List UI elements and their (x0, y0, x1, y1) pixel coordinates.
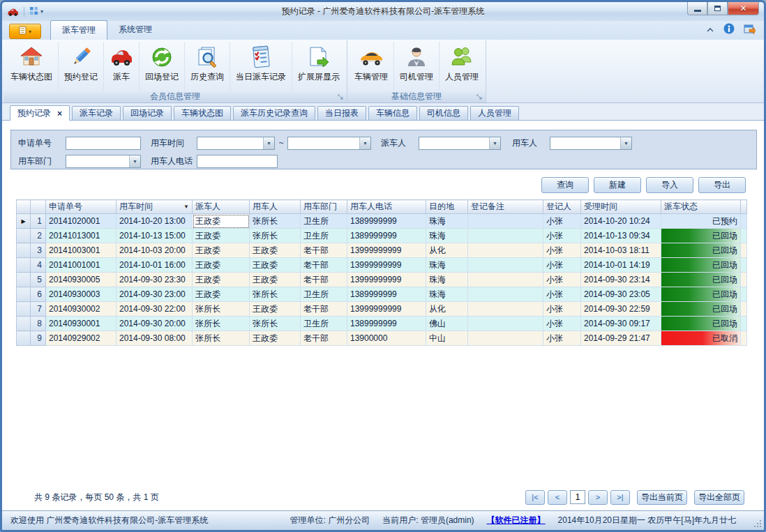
column-header[interactable]: 派车状态 (661, 200, 741, 214)
grid-cell[interactable]: 20140930005 (46, 273, 117, 287)
row-number[interactable]: 2 (31, 229, 46, 243)
use-time-from-select[interactable]: ▼ (197, 137, 275, 150)
create-button[interactable]: 新建 (594, 177, 641, 193)
grid-cell[interactable]: 1389999999 (347, 287, 426, 302)
doc-tab[interactable]: 回场记录 (123, 106, 172, 120)
column-header[interactable]: 派车人 (193, 200, 250, 214)
grid-cell[interactable]: 13999999999 (347, 273, 426, 287)
grid-cell[interactable]: 王政委 (250, 273, 301, 287)
doc-tab[interactable]: 人员管理 (470, 106, 519, 120)
doc-tab[interactable]: 当日报表 (317, 106, 366, 120)
doc-tab[interactable]: 派车记录 (72, 106, 121, 120)
user-phone-input[interactable] (197, 155, 278, 168)
ribbon-button[interactable]: 当日派车记录 (230, 42, 292, 91)
grid-cell[interactable]: 20141013001 (46, 229, 117, 243)
grid-cell[interactable]: 小张 (543, 258, 581, 273)
grid-cell[interactable]: 卫生所 (301, 229, 347, 243)
table-row[interactable]: 6201409300032014-09-30 23:00王政委张所长卫生所138… (17, 287, 747, 302)
row-number[interactable]: 9 (31, 331, 46, 346)
grid-cell[interactable]: 2014-09-30 23:14 (581, 273, 661, 287)
grid-cell[interactable]: 20141020001 (46, 214, 117, 229)
grid-cell[interactable]: 王政委 (193, 258, 250, 273)
grid-cell[interactable]: 小张 (543, 243, 581, 258)
grid-cell-status[interactable]: 已预约 (661, 214, 741, 229)
grid-cell[interactable]: 2014-10-13 09:34 (581, 229, 661, 243)
table-row[interactable]: 4201410010012014-10-01 16:00王政委王政委老干部139… (17, 258, 747, 273)
grid-cell[interactable]: 张所长 (250, 317, 301, 331)
prev-page-button[interactable]: < (548, 490, 567, 505)
column-header[interactable] (741, 200, 747, 214)
grid-cell[interactable]: 中山 (426, 331, 468, 346)
grid-cell[interactable]: 卫生所 (301, 214, 347, 229)
grid-cell-status[interactable]: 已回场 (661, 287, 741, 302)
table-row[interactable]: 9201409290022014-09-30 08:00张所长王政委老干部139… (17, 331, 747, 346)
table-row[interactable]: 2201410130012014-10-13 15:00王政委张所长卫生所138… (17, 229, 747, 243)
query-button[interactable]: 查询 (541, 177, 589, 193)
grid-cell-status[interactable]: 已取消 (661, 331, 741, 346)
grid-cell[interactable] (468, 302, 543, 317)
import-button[interactable]: 导入 (646, 177, 693, 193)
grid-cell[interactable]: 卫生所 (301, 317, 347, 331)
grid-cell[interactable]: 王政委 (193, 243, 250, 258)
ribbon-button[interactable]: 预约登记 (59, 42, 104, 91)
grid-cell[interactable]: 珠海 (426, 287, 468, 302)
column-header[interactable] (17, 200, 31, 214)
grid-cell[interactable]: 2014-09-30 09:17 (581, 317, 661, 331)
grid-cell[interactable] (468, 229, 543, 243)
grid-cell[interactable]: 1389999999 (347, 317, 426, 331)
request-no-input[interactable] (66, 137, 141, 150)
grid-cell[interactable]: 珠海 (426, 214, 468, 229)
maximize-button[interactable] (707, 2, 728, 15)
grid-cell[interactable]: 2014-09-30 20:00 (117, 317, 193, 331)
grid-cell[interactable]: 20140930001 (46, 317, 117, 331)
grid-cell[interactable]: 1389999999 (347, 214, 426, 229)
grid-cell[interactable]: 2014-10-01 14:19 (581, 258, 661, 273)
grid-cell[interactable]: 2014-10-03 20:00 (117, 243, 193, 258)
dispatcher-select[interactable]: ▼ (419, 137, 501, 150)
table-row[interactable]: ▶1201410200012014-10-20 13:00王政委张所长卫生所13… (17, 214, 747, 229)
grid-cell[interactable]: 13900000 (347, 331, 426, 346)
quick-access-toolbar-button[interactable]: ▾ (29, 6, 43, 17)
grid-cell[interactable] (468, 258, 543, 273)
ribbon-button[interactable]: 历史查询 (185, 42, 230, 91)
column-header[interactable]: 登记人 (543, 200, 581, 214)
title-bar[interactable]: ▾ 预约记录 - 广州爱奇迪软件科技有限公司-派车管理系统 ✕ (2, 2, 764, 21)
window-switch-icon[interactable] (744, 24, 756, 36)
grid-cell[interactable]: 2014-09-30 23:00 (117, 287, 193, 302)
grid-cell[interactable]: 王政委 (250, 243, 301, 258)
page-number-input[interactable] (570, 490, 585, 504)
doc-tab[interactable]: 派车历史记录查询 (233, 106, 315, 120)
collapse-ribbon-chevron-icon[interactable] (706, 25, 714, 35)
row-number[interactable]: 3 (31, 243, 46, 258)
grid-cell[interactable]: 2014-10-20 10:24 (581, 214, 661, 229)
chevron-down-icon[interactable]: ▼ (489, 137, 500, 149)
grid-cell[interactable] (468, 331, 543, 346)
column-header[interactable]: 用车人电话 (347, 200, 426, 214)
grid-cell[interactable]: 从化 (426, 243, 468, 258)
doc-tab[interactable]: 车辆信息 (368, 106, 417, 120)
department-select[interactable]: ▼ (66, 155, 141, 168)
resize-grip-icon[interactable] (753, 519, 761, 527)
grid-cell[interactable]: 20140930003 (46, 287, 117, 302)
grid-cell[interactable]: 2014-10-20 13:00 (117, 214, 193, 229)
row-number[interactable]: 8 (31, 317, 46, 331)
grid-cell[interactable]: 老干部 (301, 243, 347, 258)
grid-cell[interactable]: 王政委 (250, 331, 301, 346)
ribbon-button[interactable]: 人员管理 (440, 42, 484, 91)
grid-cell[interactable]: 20140930002 (46, 302, 117, 317)
column-header[interactable]: 用车人 (250, 200, 301, 214)
grid-cell[interactable]: 珠海 (426, 273, 468, 287)
grid-cell[interactable]: 卫生所 (301, 287, 347, 302)
grid-cell[interactable] (468, 317, 543, 331)
ribbon-tab[interactable]: 派车管理 (50, 20, 107, 40)
grid-cell[interactable]: 张所长 (193, 331, 250, 346)
grid-cell[interactable]: 2014-10-01 16:00 (117, 258, 193, 273)
grid-cell-status[interactable]: 已回场 (661, 243, 741, 258)
grid-cell[interactable]: 王政委 (250, 258, 301, 273)
row-number[interactable]: 1 (31, 214, 46, 229)
table-row[interactable]: 3201410030012014-10-03 20:00王政委王政委老干部139… (17, 243, 747, 258)
export-all-pages-button[interactable]: 导出全部页 (694, 490, 744, 505)
ribbon-button[interactable]: 司机管理 (394, 42, 440, 91)
export-button[interactable]: 导出 (698, 177, 746, 193)
grid-cell-status[interactable]: 已回场 (661, 317, 741, 331)
